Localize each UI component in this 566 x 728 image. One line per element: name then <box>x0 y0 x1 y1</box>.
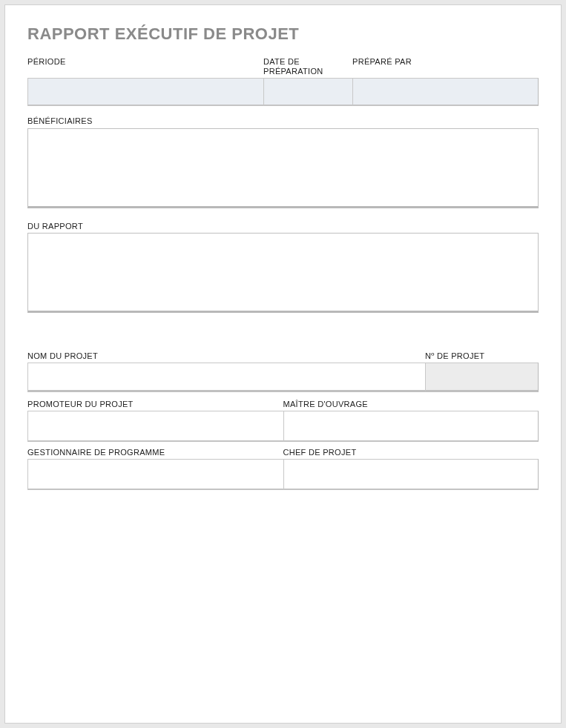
project-manager-input[interactable] <box>283 459 539 490</box>
report-input[interactable] <box>27 233 539 313</box>
project-number-label: Nº DE PROJET <box>425 351 539 361</box>
beneficiaries-label: BÉNÉFICIAIRES <box>27 116 539 126</box>
report-section: DU RAPPORT <box>27 222 539 316</box>
project-manager-label: CHEF DE PROJET <box>283 448 539 457</box>
prepared-by-input[interactable] <box>352 78 539 106</box>
sponsor-input[interactable] <box>27 411 283 442</box>
beneficiaries-input[interactable] <box>27 128 539 208</box>
owner-label: MAÎTRE D'OUVRAGE <box>283 400 539 409</box>
document-page: RAPPORT EXÉCUTIF DE PROJET PÉRIODE DATE … <box>4 4 562 724</box>
project-name-input[interactable] <box>27 363 425 392</box>
program-manager-input[interactable] <box>27 459 283 490</box>
project-number-input[interactable] <box>425 363 539 392</box>
project-labels-row: NOM DU PROJET Nº DE PROJET <box>27 351 539 363</box>
manager-inputs-row <box>27 459 539 490</box>
prep-date-input[interactable] <box>263 78 352 106</box>
project-name-label: NOM DU PROJET <box>27 351 425 361</box>
page-title: RAPPORT EXÉCUTIF DE PROJET <box>27 24 539 44</box>
period-input[interactable] <box>27 78 263 106</box>
manager-labels-row: GESTIONNAIRE DE PROGRAMME CHEF DE PROJET <box>27 448 539 459</box>
project-inputs-row <box>27 363 539 392</box>
program-manager-label: GESTIONNAIRE DE PROGRAMME <box>27 448 283 457</box>
prepared-by-label: PRÉPARÉ PAR <box>352 57 539 67</box>
beneficiaries-section: BÉNÉFICIAIRES <box>27 116 539 211</box>
sponsor-label: PROMOTEUR DU PROJET <box>27 400 283 409</box>
prep-date-label: DATE DE PRÉPARATION <box>263 57 352 76</box>
period-label: PÉRIODE <box>27 57 263 67</box>
sponsor-inputs-row <box>27 411 539 442</box>
header-labels-row: PÉRIODE DATE DE PRÉPARATION PRÉPARÉ PAR <box>27 57 539 78</box>
sponsor-labels-row: PROMOTEUR DU PROJET MAÎTRE D'OUVRAGE <box>27 400 539 411</box>
header-inputs-row <box>27 78 539 106</box>
owner-input[interactable] <box>283 411 539 442</box>
report-label: DU RAPPORT <box>27 222 539 231</box>
